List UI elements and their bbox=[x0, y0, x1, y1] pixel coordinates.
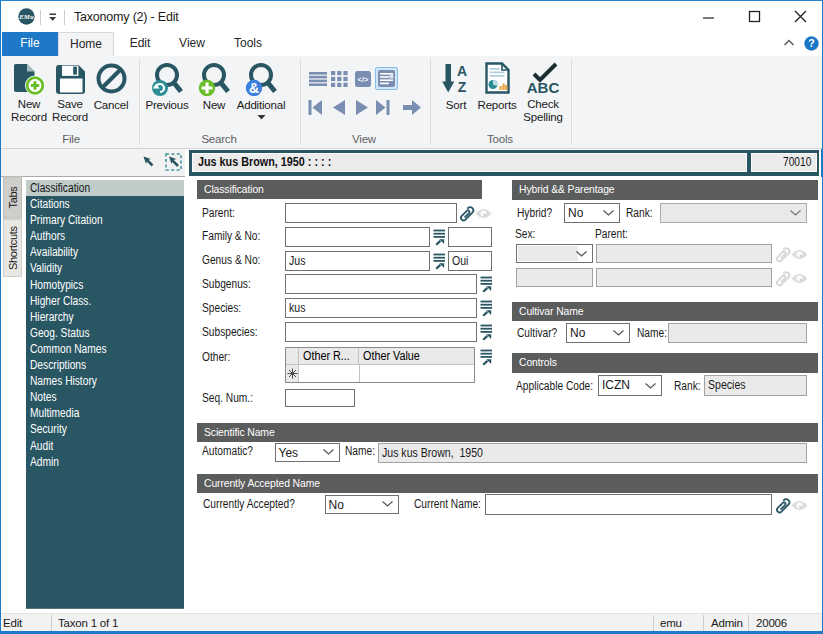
svg-text:A: A bbox=[457, 63, 467, 79]
svg-text:</>: </> bbox=[358, 75, 369, 84]
svg-text:EMu: EMu bbox=[18, 13, 34, 20]
svg-text:?: ? bbox=[808, 37, 814, 49]
svg-text:&: & bbox=[249, 80, 259, 96]
svg-text:Z: Z bbox=[458, 79, 467, 94]
svg-text:ABC: ABC bbox=[527, 79, 560, 95]
